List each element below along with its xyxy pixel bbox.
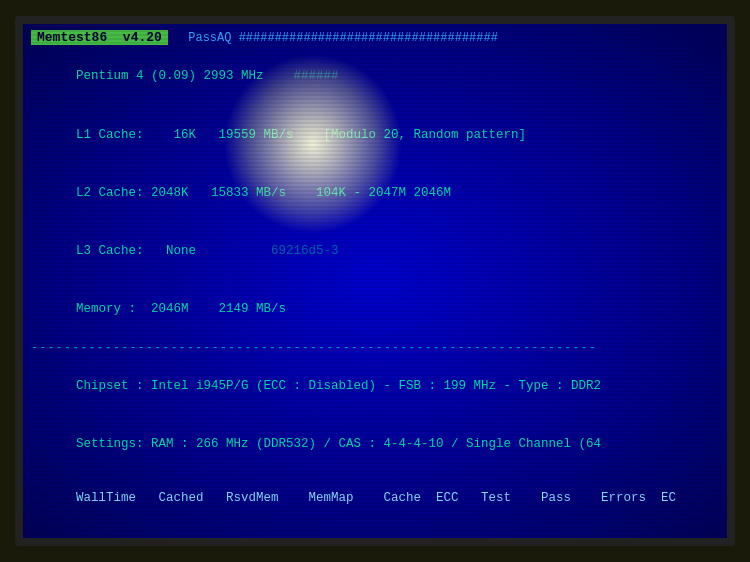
l3-cache-info: L3 Cache: None [76, 244, 196, 258]
progress-bar: PassAQ #################################… [174, 31, 498, 45]
progress-text: PassAQ #################################… [188, 31, 498, 45]
table-header: WallTime Cached RsvdMem MemMap Cache ECC… [31, 477, 719, 519]
table-sep-text: -------- ------ ------- ------ ----- ---… [74, 533, 650, 538]
l2-extra: 104K - 2047M 2046M [316, 186, 451, 200]
settings-info: Settings: RAM : 266 MHz (DDR532) / CAS :… [76, 437, 601, 451]
chipset-line: Chipset : Intel i945P/G (ECC : Disabled)… [31, 357, 719, 415]
monitor: Memtest86 v4.20 PassAQ #################… [15, 16, 735, 546]
table-separator: -------- ------ ------- ------ ----- ---… [31, 519, 719, 538]
l1-extra: [Modulo 20, Random pattern] [324, 128, 527, 142]
cpu-info: Pentium 4 (0.09) 2993 MHz [76, 69, 264, 83]
l1-cache-line: L1 Cache: 16K 19559 MB/s [Modulo 20, Ran… [31, 106, 719, 164]
settings-line: Settings: RAM : 266 MHz (DDR532) / CAS :… [31, 415, 719, 473]
app-title: Memtest86 v4.20 [31, 30, 168, 45]
cpu-line: Pentium 4 (0.09) 2993 MHz ###### [31, 48, 719, 106]
screen: Memtest86 v4.20 PassAQ #################… [23, 24, 727, 538]
l2-cache-line: L2 Cache: 2048K 15833 MB/s 104K - 2047M … [31, 164, 719, 222]
cpu-extra: ###### [294, 69, 339, 83]
title-line: Memtest86 v4.20 PassAQ #################… [31, 30, 719, 46]
memory-info: Memory : 2046M 2149 MB/s [76, 302, 286, 316]
l3-extra: 69216d5-3 [271, 244, 339, 258]
app-version: v4.20 [123, 30, 162, 45]
chipset-info: Chipset : Intel i945P/G (ECC : Disabled)… [76, 379, 601, 393]
memory-line: Memory : 2046M 2149 MB/s [31, 281, 719, 339]
app-name: Memtest86 [37, 30, 107, 45]
table-headers-text: WallTime Cached RsvdMem MemMap Cache ECC… [76, 491, 676, 505]
separator-1: ----------------------------------------… [31, 339, 719, 358]
l1-cache-info: L1 Cache: 16K 19559 MB/s [76, 128, 294, 142]
l2-cache-info: L2 Cache: 2048K 15833 MB/s [76, 186, 286, 200]
l3-cache-line: L3 Cache: None 69216d5-3 [31, 222, 719, 280]
